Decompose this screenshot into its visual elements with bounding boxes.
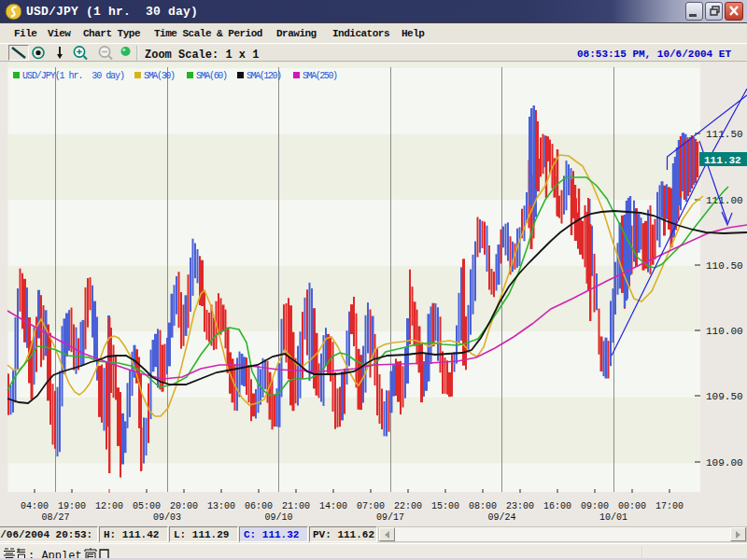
- svg-text:14:00: 14:00: [319, 501, 347, 511]
- svg-text:109.00: 109.00: [706, 457, 743, 469]
- svg-text:19:00: 19:00: [58, 501, 86, 511]
- svg-text:SMA(120): SMA(120): [247, 71, 282, 81]
- svg-text:07:00: 07:00: [357, 501, 385, 511]
- svg-text:USD/JPY(1 hr. 30 day): USD/JPY(1 hr. 30 day): [22, 71, 125, 81]
- svg-text:111.32: 111.32: [704, 155, 741, 166]
- svg-text:05:00: 05:00: [133, 501, 161, 511]
- svg-text:08:53:15 PM, 10/6/2004 ET: 08:53:15 PM, 10/6/2004 ET: [577, 49, 731, 60]
- svg-text:111.00: 111.00: [706, 195, 743, 206]
- svg-text:09/10: 09/10: [264, 512, 292, 523]
- svg-text:09/24: 09/24: [487, 512, 515, 523]
- svg-text:04:00: 04:00: [21, 501, 49, 511]
- svg-text:06:00: 06:00: [245, 501, 273, 511]
- svg-text:109.50: 109.50: [706, 391, 743, 402]
- svg-text:110.50: 110.50: [706, 260, 743, 272]
- svg-text:17:00: 17:00: [655, 501, 684, 511]
- svg-text:110.00: 110.00: [706, 326, 743, 337]
- svg-text:09:00: 09:00: [581, 501, 609, 511]
- svg-text:09/03: 09/03: [153, 512, 181, 523]
- svg-text:08/27: 08/27: [41, 512, 69, 523]
- svg-text:SMA(30): SMA(30): [144, 71, 176, 81]
- svg-text:SMA(60): SMA(60): [196, 71, 228, 81]
- svg-text:00:00: 00:00: [618, 501, 646, 511]
- svg-text:23:00: 23:00: [506, 501, 534, 511]
- svg-text:08:00: 08:00: [469, 501, 497, 511]
- svg-text:09/17: 09/17: [376, 512, 404, 523]
- svg-text:13:00: 13:00: [207, 501, 235, 511]
- svg-text:10/01: 10/01: [599, 512, 627, 523]
- svg-text:21:00: 21:00: [282, 501, 310, 511]
- svg-text:15:00: 15:00: [431, 501, 459, 511]
- svg-text:Zoom Scale: 1 x 1: Zoom Scale: 1 x 1: [145, 49, 259, 62]
- svg-text:22:00: 22:00: [394, 501, 422, 511]
- svg-text:12:00: 12:00: [95, 501, 123, 511]
- svg-text:20:00: 20:00: [170, 501, 198, 511]
- svg-text:16:00: 16:00: [543, 501, 571, 511]
- svg-text:SMA(250): SMA(250): [303, 71, 338, 81]
